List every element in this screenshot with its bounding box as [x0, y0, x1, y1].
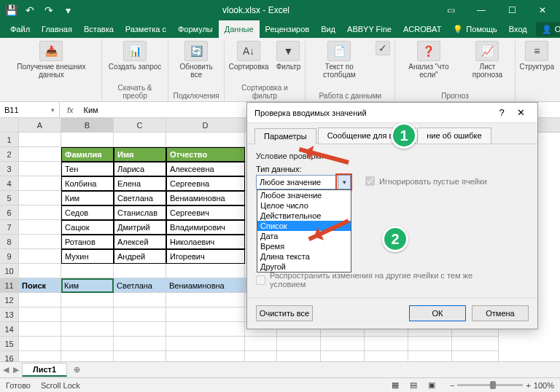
select-all-corner[interactable] — [0, 118, 19, 133]
dialog-help-icon[interactable]: ? — [492, 107, 511, 118]
formula-input[interactable]: Ким — [81, 106, 98, 114]
get-external-data[interactable]: 📥Получение внешних данных — [6, 41, 97, 79]
view-layout-icon[interactable]: ▤ — [405, 380, 421, 390]
sort-button[interactable]: A↓Сортировка — [229, 41, 269, 71]
combo-option-1[interactable]: Целое число — [257, 200, 351, 211]
view-normal-icon[interactable]: ▦ — [387, 380, 403, 390]
row-header-1[interactable]: 1 — [0, 133, 19, 147]
undo-icon[interactable]: ↶ — [22, 2, 38, 18]
cell-B4[interactable]: Колбина — [61, 176, 114, 191]
tab-home[interactable]: Главная — [36, 20, 78, 38]
cell-C4[interactable]: Елена — [114, 176, 166, 191]
cell-C11[interactable]: Светлана — [114, 278, 166, 293]
row-header-2[interactable]: 2 — [0, 147, 19, 162]
row-header-10[interactable]: 10 — [0, 264, 19, 278]
cell-D5[interactable]: Вениаминовна — [166, 191, 245, 205]
row-header-7[interactable]: 7 — [0, 220, 19, 235]
cell-B3[interactable]: Тен — [61, 162, 114, 176]
row-header-13[interactable]: 13 — [0, 307, 19, 322]
cell-B7[interactable]: Сацюк — [61, 220, 114, 235]
text-to-columns[interactable]: 📄Текст по столбцам — [310, 41, 368, 79]
cell-C7[interactable]: Дмитрий — [114, 220, 166, 235]
cell-B12[interactable] — [61, 293, 114, 307]
cell-B10[interactable] — [61, 264, 114, 278]
cell-B11[interactable]: Ким — [61, 278, 114, 293]
dialog-tab-error[interactable]: ние об ошибке — [417, 128, 491, 144]
type-combobox[interactable]: Любое значение Любое значениеЦелое число… — [256, 175, 351, 189]
cell-C6[interactable]: Станислав — [114, 205, 166, 220]
tab-acrobat[interactable]: ACROBAT — [397, 20, 447, 38]
sheet-tab-1[interactable]: Лист1 — [22, 363, 67, 377]
cell-C12[interactable] — [114, 293, 166, 307]
combo-option-7[interactable]: Другой — [257, 262, 351, 272]
cell-A8[interactable] — [19, 235, 61, 249]
cell-C13[interactable] — [114, 307, 166, 322]
cell-A2[interactable] — [19, 147, 61, 162]
dialog-close-icon[interactable]: ✕ — [511, 107, 530, 118]
outline-group[interactable]: ≡Структура — [520, 41, 554, 71]
cell-B15[interactable] — [61, 337, 114, 351]
forecast-sheet[interactable]: 📈Лист прогноза — [464, 41, 510, 79]
cell-B5[interactable]: Ким — [61, 191, 114, 205]
clear-all-button[interactable]: Очистить все — [256, 305, 313, 321]
add-sheet-icon[interactable]: ⊕ — [69, 365, 85, 375]
cell-D9[interactable]: Игоревич — [166, 249, 245, 264]
row-header-8[interactable]: 8 — [0, 235, 19, 249]
ok-button[interactable]: ОК — [409, 305, 466, 321]
cell-D2[interactable]: Отчество — [166, 147, 245, 162]
col-header-A[interactable]: A — [19, 118, 61, 133]
cell-C15[interactable] — [114, 337, 166, 351]
tab-insert[interactable]: Вставка — [78, 20, 120, 38]
cell-C2[interactable]: Имя — [114, 147, 166, 162]
cancel-button[interactable]: Отмена — [472, 305, 529, 321]
cell-F15[interactable] — [277, 337, 321, 351]
close-icon[interactable]: ✕ — [528, 2, 557, 18]
cell-B9[interactable]: Мухин — [61, 249, 114, 264]
qat-dropdown-icon[interactable]: ▾ — [60, 2, 76, 18]
cell-C3[interactable]: Лариса — [114, 162, 166, 176]
filter-button[interactable]: ▼Фильтр — [276, 41, 301, 71]
zoom-in-icon[interactable]: + — [526, 381, 530, 390]
cell-B6[interactable]: Седов — [61, 205, 114, 220]
dialog-tab-params[interactable]: Параметры — [254, 128, 316, 144]
zoom-out-icon[interactable]: − — [450, 381, 454, 390]
tab-abbyy[interactable]: ABBYY Fine — [341, 20, 397, 38]
combo-option-5[interactable]: Время — [257, 241, 351, 251]
cell-A14[interactable] — [19, 322, 61, 337]
name-box[interactable]: B11 — [0, 102, 60, 117]
tab-login[interactable]: Вход — [503, 20, 533, 38]
cell-B13[interactable] — [61, 307, 114, 322]
cell-A13[interactable] — [19, 307, 61, 322]
row-header-4[interactable]: 4 — [0, 176, 19, 191]
cell-B8[interactable]: Ротанов — [61, 235, 114, 249]
cell-B14[interactable] — [61, 322, 114, 337]
combo-option-2[interactable]: Действительное — [257, 211, 351, 221]
save-icon[interactable]: 💾 — [3, 2, 19, 18]
refresh-all[interactable]: 🔄Обновить все — [173, 41, 219, 79]
cell-D7[interactable]: Владимирович — [166, 220, 245, 235]
cell-D4[interactable]: Сергеевна — [166, 176, 245, 191]
tab-view[interactable]: Вид — [315, 20, 341, 38]
cell-A15[interactable] — [19, 337, 61, 351]
data-tools-group[interactable]: ✓ — [376, 41, 390, 55]
tab-formulas[interactable]: Формулы — [172, 20, 219, 38]
combo-option-0[interactable]: Любое значение — [257, 190, 351, 200]
combo-option-6[interactable]: Длина текста — [257, 251, 351, 262]
row-header-11[interactable]: 11 — [0, 278, 19, 293]
cell-D11[interactable]: Вениаминовна — [166, 278, 245, 293]
tab-review[interactable]: Рецензиров — [260, 20, 316, 38]
redo-icon[interactable]: ↷ — [41, 2, 57, 18]
cell-C8[interactable]: Алексей — [114, 235, 166, 249]
cell-A10[interactable] — [19, 264, 61, 278]
cell-J15[interactable] — [452, 337, 499, 351]
col-header-B[interactable]: B — [61, 118, 114, 133]
cell-C9[interactable]: Андрей — [114, 249, 166, 264]
cell-C1[interactable] — [114, 133, 166, 147]
cell-A5[interactable] — [19, 191, 61, 205]
cell-D10[interactable] — [166, 264, 245, 278]
tab-data[interactable]: Данные — [219, 20, 260, 38]
cell-D13[interactable] — [166, 307, 245, 322]
cell-D8[interactable]: Николаевич — [166, 235, 245, 249]
tab-share[interactable]: 👤Общий доступ — [536, 22, 560, 36]
combobox-dropdown-icon[interactable] — [338, 176, 350, 189]
